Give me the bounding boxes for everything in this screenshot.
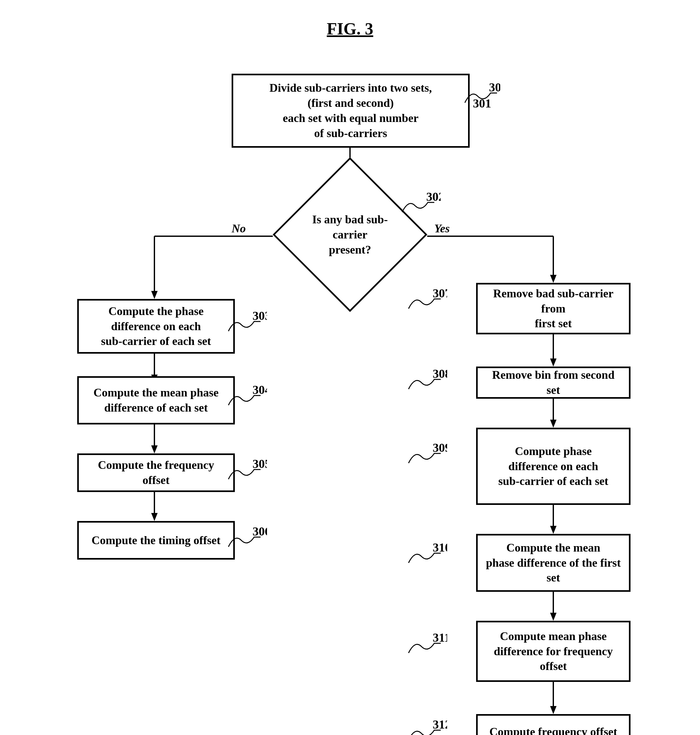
svg-marker-23 bbox=[550, 706, 556, 714]
svg-text:309: 309 bbox=[433, 444, 447, 454]
diamond-wrapper: Is any bad sub-carrier present? bbox=[295, 180, 405, 289]
svg-text:301: 301 bbox=[489, 83, 500, 94]
box-303-label: Compute the phasedifference on eachsub-c… bbox=[101, 304, 211, 349]
box-304-label: Compute the mean phasedifference of each… bbox=[93, 385, 218, 415]
svg-marker-19 bbox=[550, 526, 556, 534]
ref-304-line: 304 bbox=[225, 386, 267, 412]
box-305: Compute the frequency offset bbox=[77, 454, 235, 492]
branch-no-label: No bbox=[232, 222, 246, 235]
box-309-label: Compute phasedifference on eachsub-carri… bbox=[498, 444, 608, 489]
ref-308-line: 308 bbox=[405, 370, 447, 396]
svg-marker-17 bbox=[550, 420, 556, 428]
diamond-shape: Is any bad sub-carrier present? bbox=[273, 158, 428, 312]
svg-text:303: 303 bbox=[253, 312, 267, 323]
ref-303-line: 303 bbox=[225, 312, 267, 337]
ref-307-line: 307 bbox=[405, 289, 447, 315]
box-306-label: Compute the timing offset bbox=[92, 533, 221, 548]
box-303: Compute the phasedifference on eachsub-c… bbox=[77, 299, 235, 354]
svg-text:305: 305 bbox=[253, 460, 267, 470]
ref-305-line: 305 bbox=[225, 460, 267, 486]
ref-301-line: 301 bbox=[462, 83, 500, 109]
box-311: Compute mean phasedifference for frequen… bbox=[476, 621, 631, 682]
box-311-label: Compute mean phasedifference for frequen… bbox=[484, 629, 622, 674]
svg-text:302: 302 bbox=[426, 193, 441, 203]
svg-marker-21 bbox=[550, 613, 556, 621]
ref-310-line: 310 bbox=[405, 544, 447, 569]
svg-marker-13 bbox=[550, 275, 556, 283]
start-box: Divide sub-carriers into two sets,(first… bbox=[232, 74, 470, 148]
ref-311-line: 311 bbox=[405, 633, 447, 659]
box-309: Compute phasedifference on eachsub-carri… bbox=[476, 428, 631, 505]
svg-text:307: 307 bbox=[433, 289, 447, 300]
svg-text:306: 306 bbox=[253, 527, 267, 538]
ref-306-line: 306 bbox=[225, 527, 267, 553]
start-box-label: Divide sub-carriers into two sets,(first… bbox=[269, 81, 432, 141]
box-310-label: Compute the meanphase difference of the … bbox=[484, 540, 622, 585]
diamond-label: Is any bad sub-carrier present? bbox=[312, 212, 388, 257]
box-304: Compute the mean phasedifference of each… bbox=[77, 376, 235, 424]
svg-text:304: 304 bbox=[253, 386, 267, 396]
svg-text:311: 311 bbox=[433, 633, 447, 644]
svg-text:308: 308 bbox=[433, 370, 447, 380]
figure-title: FIG. 3 bbox=[13, 19, 687, 38]
box-305-label: Compute the frequency offset bbox=[85, 458, 227, 488]
ref-312-line: 312 bbox=[405, 720, 447, 735]
box-308: Remove bin from second set bbox=[476, 367, 631, 399]
box-312: Compute frequency offset bbox=[476, 714, 631, 735]
svg-marker-4 bbox=[151, 291, 157, 299]
svg-marker-8 bbox=[151, 445, 157, 454]
box-310: Compute the meanphase difference of the … bbox=[476, 534, 631, 592]
box-307-label: Remove bad sub-carrier fromfirst set bbox=[484, 286, 622, 331]
svg-text:310: 310 bbox=[433, 544, 447, 554]
box-308-label: Remove bin from second set bbox=[484, 367, 622, 398]
branch-yes-label: Yes bbox=[434, 222, 450, 235]
svg-text:312: 312 bbox=[433, 720, 447, 731]
box-307: Remove bad sub-carrier fromfirst set bbox=[476, 283, 631, 334]
svg-marker-15 bbox=[550, 358, 556, 367]
ref-302-line: 302 bbox=[399, 193, 441, 218]
box-306: Compute the timing offset bbox=[77, 521, 235, 560]
svg-marker-10 bbox=[151, 513, 157, 521]
ref-309-line: 309 bbox=[405, 444, 447, 470]
box-312-label: Compute frequency offset bbox=[489, 725, 617, 735]
